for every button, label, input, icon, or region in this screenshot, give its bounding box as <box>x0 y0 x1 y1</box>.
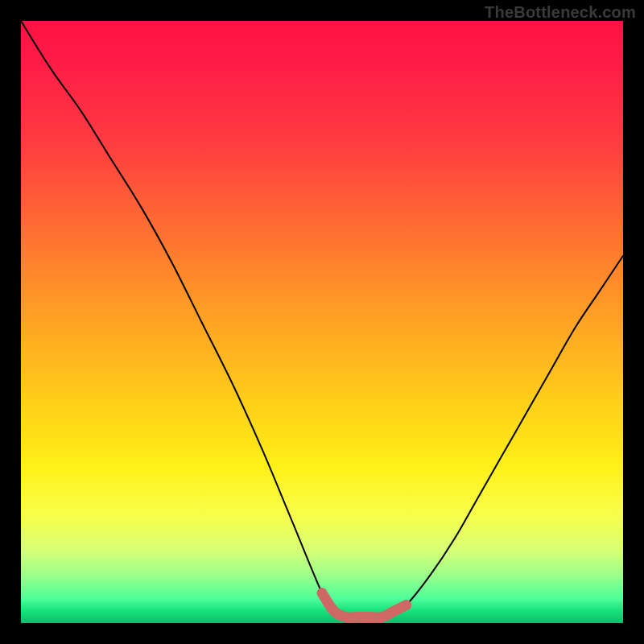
trough-highlight <box>322 593 407 618</box>
bottleneck-curve-line <box>21 21 623 617</box>
chart-svg <box>21 21 623 623</box>
watermark-text: TheBottleneck.com <box>485 3 636 22</box>
chart-frame: TheBottleneck.com <box>0 0 644 644</box>
chart-plot-area <box>21 21 623 623</box>
